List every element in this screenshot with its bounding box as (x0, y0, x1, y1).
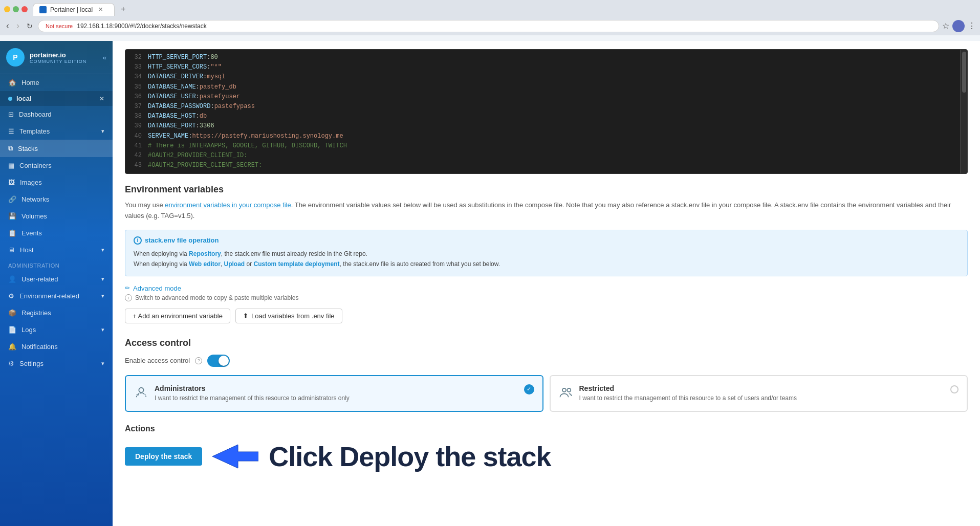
sidebar-item-label: Containers (19, 162, 52, 169)
sidebar-item-stacks[interactable]: ⧉ Stacks (0, 140, 113, 157)
scrollbar-thumb[interactable] (962, 52, 966, 93)
sidebar-item-host[interactable]: 🖥 Host ▾ (0, 242, 113, 258)
tab[interactable]: Portainer | local ✕ (33, 3, 115, 16)
env-header[interactable]: local ✕ (0, 91, 113, 106)
images-icon: 🖼 (8, 179, 15, 186)
svg-point-3 (567, 388, 571, 391)
sidebar-item-templates[interactable]: ☰ Templates ▾ (0, 123, 113, 140)
back-btn[interactable]: ‹ (4, 19, 11, 32)
code-line: 42 #OAUTH2_PROVIDER_CLIENT_ID: (125, 151, 967, 161)
code-line: 40 SERVER_NAME: https://pastefy.mariusho… (125, 132, 967, 141)
volumes-icon: 💾 (8, 212, 16, 220)
code-line: 32 HTTP_SERVER_PORT: 80 (125, 53, 967, 62)
containers-icon: ▦ (8, 162, 14, 169)
home-icon: 🏠 (8, 79, 16, 86)
logs-icon: 📄 (8, 326, 16, 334)
templates-arrow-icon: ▾ (101, 128, 104, 135)
vertical-scrollbar[interactable] (960, 50, 967, 173)
administrators-card[interactable]: Administrators I want to restrict the ma… (125, 375, 543, 412)
sidebar-item-notifications[interactable]: 🔔 Notifications (0, 338, 113, 355)
left-arrow-icon (212, 443, 258, 470)
networks-icon: 🔗 (8, 195, 16, 203)
sidebar-item-volumes[interactable]: 💾 Volumes (0, 208, 113, 225)
user-related-arrow-icon: ▾ (101, 276, 104, 282)
sidebar-item-images[interactable]: 🖼 Images (0, 174, 113, 191)
admin-card-check: ✓ (524, 384, 534, 394)
sidebar-item-env-related[interactable]: ⚙ Environment-related ▾ (0, 288, 113, 304)
reload-btn[interactable]: ↻ (25, 21, 35, 31)
minimize-btn[interactable] (4, 6, 10, 12)
code-line: 41 # There is INTERAAPPS, GOOGLE, GITHUB… (125, 141, 967, 151)
url-text: 192.168.1.18:9000/#!/2/docker/stacks/new… (77, 23, 207, 30)
templates-icon: ☰ (8, 127, 14, 135)
deploy-stack-button[interactable]: Deploy the stack (125, 447, 202, 466)
events-icon: 📋 (8, 229, 16, 237)
sidebar-item-label: Dashboard (19, 111, 52, 118)
sidebar: P portainer.io Community Edition « 🏠 Hom… (0, 41, 113, 526)
annotation-arrow (212, 443, 258, 470)
restricted-card[interactable]: Restricted I want to restrict the manage… (550, 375, 968, 412)
code-line: 33 HTTP_SERVER_CORS: "*" (125, 62, 967, 72)
info-box-line1: When deploying via Repository, the stack… (134, 249, 959, 259)
window-controls (4, 6, 28, 12)
advanced-mode-hint: i Switch to advanced mode to copy & past… (125, 294, 968, 301)
info-box: i stack.env file operation When deployin… (125, 230, 968, 276)
logo-text: portainer.io Community Edition (30, 51, 86, 64)
sidebar-item-user-related[interactable]: 👤 User-related ▾ (0, 271, 113, 288)
address-bar[interactable]: Not secure 192.168.1.18:9000/#!/2/docker… (38, 20, 939, 32)
advanced-mode-link[interactable]: ✏ Advanced mode (125, 284, 968, 292)
sidebar-dashboard[interactable]: ⊞ Dashboard (0, 106, 113, 123)
logo-edition: Community Edition (30, 59, 86, 64)
load-env-button[interactable]: ⬆ Load variables from .env file (235, 309, 342, 323)
add-env-variable-button[interactable]: + Add an environment variable (125, 309, 230, 323)
env-close-icon[interactable]: ✕ (99, 95, 104, 102)
logo-icon: P (6, 48, 25, 67)
annotation-text: Click Deploy the stack (269, 441, 551, 472)
new-tab-btn[interactable]: + (118, 4, 128, 15)
sidebar-item-events[interactable]: 📋 Events (0, 225, 113, 242)
svg-point-2 (562, 388, 566, 391)
menu-btn[interactable]: ⋮ (968, 21, 976, 31)
sidebar-item-label: Templates (19, 127, 50, 135)
restricted-card-icon (559, 385, 573, 403)
tab-close-icon[interactable]: ✕ (98, 6, 103, 13)
tab-favicon (39, 6, 47, 13)
restricted-card-content: Restricted I want to restrict the manage… (579, 384, 945, 402)
access-cards-container: Administrators I want to restrict the ma… (125, 375, 968, 412)
env-related-icon: ⚙ (8, 292, 14, 300)
sidebar-item-label: Home (21, 79, 39, 86)
code-editor: 32 HTTP_SERVER_PORT: 80 33 HTTP_SERVER_C… (125, 49, 968, 174)
sidebar-item-label: Events (21, 229, 42, 237)
sidebar-item-settings[interactable]: ⚙ Settings ▾ (0, 355, 113, 372)
actions-title: Actions (125, 424, 968, 433)
env-desc-before: You may use (125, 201, 165, 209)
sidebar-item-label: Host (20, 246, 34, 254)
hint-circle-icon: i (125, 294, 132, 301)
bookmark-btn[interactable]: ☆ (942, 21, 949, 31)
close-btn[interactable] (21, 6, 28, 12)
dashboard-icon: ⊞ (8, 111, 14, 118)
maximize-btn[interactable] (13, 6, 19, 12)
forward-btn[interactable]: › (14, 19, 21, 32)
sidebar-item-containers[interactable]: ▦ Containers (0, 157, 113, 174)
env-variables-section: Environment variables You may use enviro… (125, 184, 968, 323)
env-section-desc: You may use environment variables in you… (125, 200, 968, 222)
admin-section-label: Administration (0, 258, 113, 271)
env-related-arrow-icon: ▾ (101, 293, 104, 299)
admin-card-title: Administrators (155, 384, 518, 392)
sidebar-collapse-icon[interactable]: « (103, 54, 106, 61)
code-line: 39 DATABASE_PORT: 3306 (125, 121, 967, 131)
env-buttons-row: + Add an environment variable ⬆ Load var… (125, 309, 968, 323)
profile-btn[interactable] (952, 20, 965, 32)
sidebar-item-networks[interactable]: 🔗 Networks (0, 191, 113, 208)
access-control-toggle[interactable] (207, 355, 230, 367)
sidebar-item-logs[interactable]: 📄 Logs ▾ (0, 321, 113, 338)
sidebar-item-label: Volumes (21, 212, 47, 220)
sidebar-home[interactable]: 🏠 Home (0, 74, 113, 91)
settings-icon: ⚙ (8, 360, 14, 367)
env-link[interactable]: environment variables in your compose fi… (165, 201, 291, 209)
sidebar-item-label: Stacks (18, 145, 38, 152)
sidebar-item-registries[interactable]: 📦 Registries (0, 304, 113, 321)
sidebar-logo: P portainer.io Community Edition « (0, 41, 113, 74)
access-control-title: Access control (125, 338, 968, 348)
